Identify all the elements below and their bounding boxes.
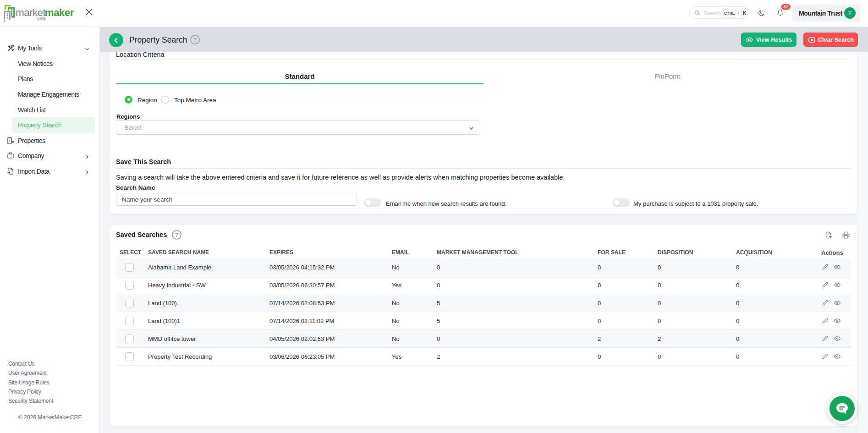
svg-text:maker: maker (45, 7, 74, 18)
svg-text:CRE: CRE (37, 16, 46, 21)
